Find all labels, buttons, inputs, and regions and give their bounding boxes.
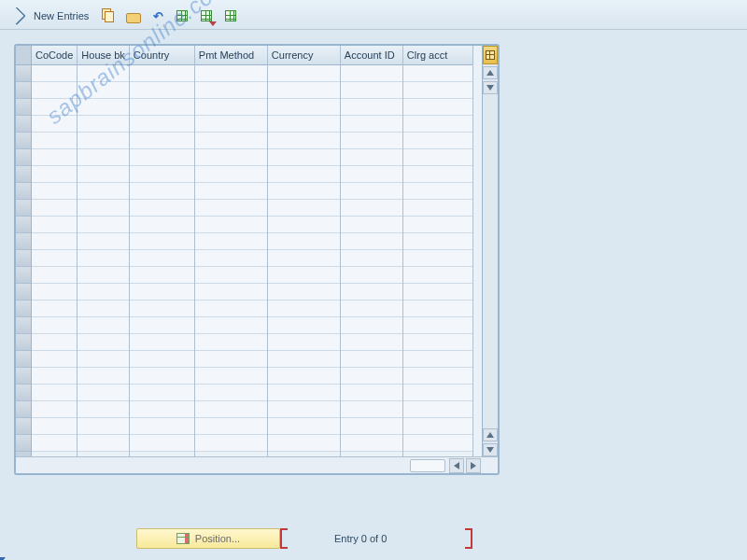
cell[interactable]: [403, 435, 472, 452]
cell[interactable]: [341, 65, 402, 82]
cell[interactable]: [341, 116, 402, 133]
cell[interactable]: [130, 250, 194, 267]
cell[interactable]: [78, 200, 128, 217]
cell[interactable]: [341, 267, 402, 284]
cell[interactable]: [130, 267, 194, 284]
vertical-scrollbar[interactable]: [482, 46, 498, 456]
cell[interactable]: [195, 183, 267, 200]
row-selector[interactable]: [16, 351, 31, 368]
cell[interactable]: [195, 133, 267, 149]
cell[interactable]: [195, 435, 267, 452]
cell[interactable]: [78, 183, 128, 200]
cell[interactable]: [78, 166, 128, 183]
cell[interactable]: [130, 183, 194, 200]
cell[interactable]: [78, 284, 128, 301]
row-selector[interactable]: [16, 284, 31, 301]
cell[interactable]: [195, 166, 267, 183]
cell[interactable]: [32, 334, 77, 351]
cell[interactable]: [32, 133, 77, 149]
cell[interactable]: [403, 317, 472, 334]
cell[interactable]: [78, 334, 128, 351]
cell[interactable]: [78, 149, 128, 166]
new-entries-button[interactable]: New Entries: [32, 10, 94, 21]
col-header[interactable]: CoCode: [32, 46, 77, 65]
cell[interactable]: [268, 351, 340, 368]
cell[interactable]: [32, 435, 77, 452]
scroll-right-button[interactable]: [466, 458, 481, 473]
cell[interactable]: [78, 116, 128, 133]
cell[interactable]: [32, 200, 77, 217]
cell[interactable]: [32, 217, 77, 233]
cell[interactable]: [268, 116, 340, 133]
cell[interactable]: [403, 82, 472, 99]
cell[interactable]: [78, 418, 128, 435]
row-selector[interactable]: [16, 233, 31, 250]
change-display-button[interactable]: [7, 7, 26, 25]
cell[interactable]: [341, 82, 402, 99]
cell[interactable]: [130, 368, 194, 385]
row-selector[interactable]: [16, 401, 31, 418]
cell[interactable]: [403, 368, 472, 385]
cell[interactable]: [403, 200, 472, 217]
cell[interactable]: [130, 82, 194, 99]
row-selector[interactable]: [16, 116, 31, 133]
cell[interactable]: [32, 82, 77, 99]
cell[interactable]: [268, 401, 340, 418]
cell[interactable]: [195, 65, 267, 82]
cell[interactable]: [341, 217, 402, 233]
cell[interactable]: [268, 65, 340, 82]
cell[interactable]: [341, 149, 402, 166]
cell[interactable]: [268, 82, 340, 99]
cell[interactable]: [78, 233, 128, 250]
cell[interactable]: [130, 351, 194, 368]
cell[interactable]: [268, 250, 340, 267]
cell[interactable]: [195, 418, 267, 435]
cell[interactable]: [268, 368, 340, 385]
cell[interactable]: [195, 301, 267, 317]
copy-as-button[interactable]: [100, 7, 119, 25]
cell[interactable]: [195, 334, 267, 351]
cell[interactable]: [268, 183, 340, 200]
cell[interactable]: [32, 233, 77, 250]
cell[interactable]: [78, 250, 128, 267]
cell[interactable]: [32, 250, 77, 267]
cell[interactable]: [341, 250, 402, 267]
cell[interactable]: [78, 368, 128, 385]
cell[interactable]: [403, 385, 472, 401]
col-header[interactable]: Account ID: [341, 46, 402, 65]
row-selector[interactable]: [16, 183, 31, 200]
col-header[interactable]: Pmt Method: [195, 46, 267, 65]
cell[interactable]: [341, 183, 402, 200]
cell[interactable]: [341, 284, 402, 301]
cell[interactable]: [78, 317, 128, 334]
scroll-down-button[interactable]: [483, 428, 498, 441]
row-selector[interactable]: [16, 334, 31, 351]
cell[interactable]: [78, 217, 128, 233]
cell[interactable]: [403, 418, 472, 435]
select-all-button[interactable]: [173, 7, 191, 25]
cell[interactable]: [32, 183, 77, 200]
cell[interactable]: [195, 351, 267, 368]
cell[interactable]: [403, 267, 472, 284]
cell[interactable]: [268, 166, 340, 183]
cell[interactable]: [32, 351, 77, 368]
cell[interactable]: [268, 149, 340, 166]
cell[interactable]: [32, 418, 77, 435]
scroll-last-button[interactable]: [483, 443, 498, 456]
row-selector[interactable]: [16, 217, 31, 233]
row-selector[interactable]: [16, 166, 31, 183]
cell[interactable]: [403, 133, 472, 149]
cell[interactable]: [32, 385, 77, 401]
cell[interactable]: [78, 99, 128, 116]
cell[interactable]: [32, 267, 77, 284]
cell[interactable]: [403, 351, 472, 368]
cell[interactable]: [403, 116, 472, 133]
open-folder-button[interactable]: [124, 7, 143, 25]
cell[interactable]: [32, 401, 77, 418]
cell[interactable]: [403, 166, 472, 183]
scroll-first-button[interactable]: [483, 66, 498, 79]
cell[interactable]: [403, 233, 472, 250]
cell[interactable]: [403, 334, 472, 351]
cell[interactable]: [341, 99, 402, 116]
cell[interactable]: [195, 149, 267, 166]
